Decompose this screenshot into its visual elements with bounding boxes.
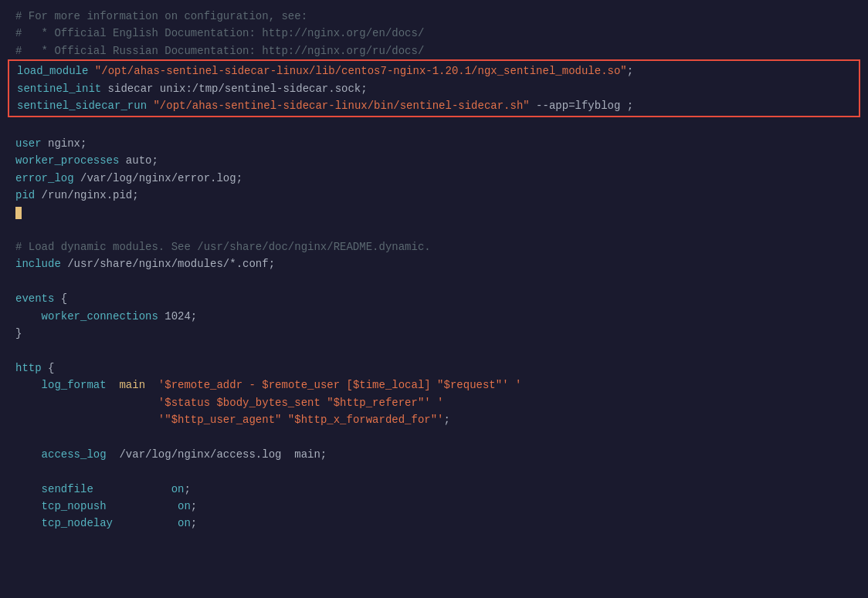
code-line-empty-5 [0, 428, 868, 445]
code-line-log-format-3: '"$http_user_agent" "$http_x_forwarded_f… [0, 411, 868, 428]
code-line-3: # * Official Russian Documentation: http… [0, 42, 868, 59]
code-line-empty-3 [0, 273, 868, 290]
code-line-log-format: log_format main '$remote_addr - $remote_… [0, 377, 868, 394]
code-line-cursor [0, 204, 868, 221]
code-line-tcp-nodelay: tcp_nodelay on; [0, 515, 868, 532]
code-line-user: user nginx; [0, 135, 868, 152]
code-line-error-log: error_log /var/log/nginx/error.log; [0, 170, 868, 187]
code-line-pid: pid /run/nginx.pid; [0, 187, 868, 204]
code-editor: # For more information on configuration,… [0, 0, 868, 598]
highlighted-line-2: sentinel_init sidecar unix:/tmp/sentinel… [17, 80, 851, 97]
highlighted-block: load_module "/opt/ahas-sentinel-sidecar-… [8, 59, 860, 117]
highlighted-line-3: sentinel_sidecar_run "/opt/ahas-sentinel… [17, 97, 851, 114]
code-line-tcp-nopush: tcp_nopush on; [0, 498, 868, 515]
text-cursor [15, 207, 22, 219]
code-line-sendfile: sendfile on; [0, 481, 868, 498]
code-line-worker-processes: worker_processes auto; [0, 152, 868, 169]
code-line-load-comment: # Load dynamic modules. See /usr/share/d… [0, 238, 868, 255]
code-line-events-close: } [0, 325, 868, 342]
code-line-access-log: access_log /var/log/nginx/access.log mai… [0, 446, 868, 463]
code-line-worker-connections: worker_connections 1024; [0, 308, 868, 325]
code-line-log-format-2: '$status $body_bytes_sent "$http_referer… [0, 394, 868, 411]
code-line-1: # For more information on configuration,… [0, 8, 868, 25]
code-line-include: include /usr/share/nginx/modules/*.conf; [0, 255, 868, 272]
code-line-2: # * Official English Documentation: http… [0, 25, 868, 42]
code-line-empty-6 [0, 463, 868, 480]
code-line-http: http { [0, 360, 868, 377]
code-line-empty-2 [0, 221, 868, 238]
code-line-empty-4 [0, 342, 868, 359]
code-line-events: events { [0, 290, 868, 307]
highlighted-line-1: load_module "/opt/ahas-sentinel-sidecar-… [17, 63, 851, 79]
code-line-empty-1 [0, 117, 868, 134]
